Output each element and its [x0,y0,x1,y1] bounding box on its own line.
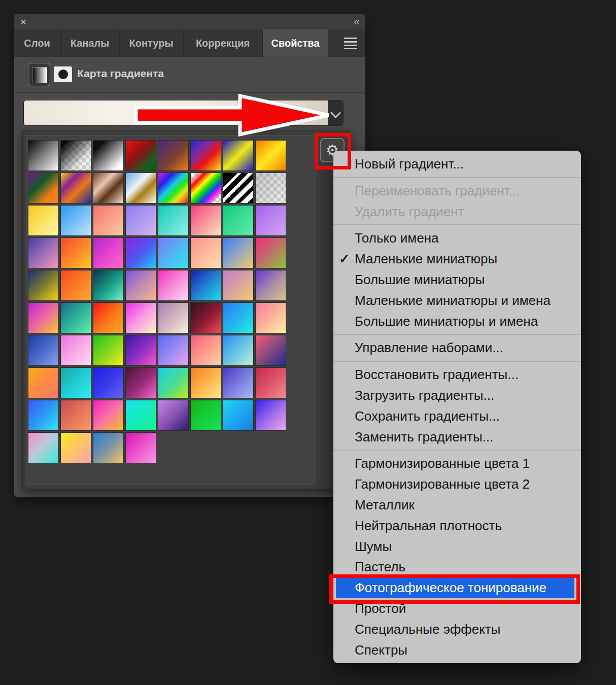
menu-item[interactable]: Шумы [333,536,581,557]
gradient-swatch[interactable] [28,237,59,268]
gradient-swatch[interactable] [93,270,124,301]
menu-item[interactable]: Только имена [333,228,581,249]
gradient-swatch[interactable] [125,302,156,333]
tab-layers[interactable]: Слои [14,29,61,57]
gradient-swatch[interactable] [60,205,91,236]
menu-item[interactable]: Гармонизированные цвета 2 [333,474,581,495]
gradient-swatch[interactable] [223,140,254,171]
gradient-swatch[interactable] [158,400,189,431]
tab-properties[interactable]: Свойства [263,29,328,57]
gradient-swatch[interactable] [28,270,59,301]
gradient-swatch[interactable] [158,367,189,398]
gradient-swatch[interactable] [93,335,124,366]
gradient-preview-strip[interactable] [24,100,328,125]
gradient-swatch[interactable] [158,140,189,171]
collapse-icon[interactable]: « [354,15,359,28]
gradient-swatch[interactable] [223,400,254,431]
gradient-swatch[interactable] [93,237,124,268]
menu-item[interactable]: Простой [333,598,581,619]
gradient-swatch[interactable] [158,335,189,366]
gradient-swatch[interactable] [190,400,221,431]
gradient-swatch[interactable] [190,302,221,333]
gradient-swatch[interactable] [93,205,124,236]
gradient-swatch[interactable] [158,205,189,236]
gradient-swatch[interactable] [125,335,156,366]
gradient-swatch[interactable] [28,432,59,463]
gradient-swatch[interactable] [60,270,91,301]
gradient-swatch[interactable] [60,432,91,463]
menu-item[interactable]: ✓Маленькие миниатюры [333,249,581,269]
gradient-swatch[interactable] [93,400,124,431]
gradient-swatch[interactable] [125,400,156,431]
gradient-swatch[interactable] [60,140,91,171]
gradient-swatch[interactable] [28,140,59,171]
gradient-swatch[interactable] [255,205,286,236]
gradient-swatch[interactable] [28,205,59,236]
gradient-swatch[interactable] [255,400,286,431]
gradient-swatch[interactable] [28,400,59,431]
gradient-swatch[interactable] [125,367,156,398]
gradient-swatch[interactable] [28,367,59,398]
gradient-map-layer-button[interactable] [28,63,50,86]
gradient-swatch[interactable] [223,367,254,398]
menu-item[interactable]: Металлик [333,495,581,516]
close-icon[interactable]: × [20,15,26,28]
gradient-swatch[interactable] [125,173,156,203]
gradient-swatch[interactable] [255,335,286,366]
menu-item[interactable]: Фотографическое тонирование [336,577,574,598]
menu-item[interactable]: Восстановить градиенты... [333,364,581,385]
menu-item[interactable]: Управление наборами... [333,337,581,358]
gradient-swatch[interactable] [223,270,254,301]
gradient-swatch[interactable] [190,237,221,268]
gradient-swatch[interactable] [190,205,221,236]
menu-item[interactable]: Заменить градиенты... [333,427,581,448]
tab-paths[interactable]: Контуры [120,29,184,57]
gradient-swatch[interactable] [223,173,254,203]
gradient-swatch[interactable] [223,237,254,268]
gradient-swatch[interactable] [93,140,124,171]
menu-item[interactable]: Большие миниатюры [333,269,581,290]
gradient-swatch[interactable] [60,400,91,431]
gradient-swatch[interactable] [255,302,286,333]
gradient-swatch[interactable] [190,140,221,171]
menu-item[interactable]: Специальные эффекты [333,619,581,640]
gradient-swatch[interactable] [60,173,91,203]
menu-item[interactable]: Большие миниатюры и имена [333,311,581,332]
gradient-swatch[interactable] [190,335,221,366]
gradient-swatch[interactable] [158,237,189,268]
gradient-swatch[interactable] [125,205,156,236]
gradient-swatch[interactable] [223,335,254,366]
gradient-swatch[interactable] [60,302,91,333]
gradient-swatch[interactable] [93,173,124,203]
gradient-swatch[interactable] [60,335,91,366]
gradient-swatch[interactable] [255,367,286,398]
menu-item[interactable]: Гармонизированные цвета 1 [333,453,581,474]
gradient-swatch[interactable] [223,302,254,333]
layer-mask-icon[interactable] [54,66,72,82]
gradient-swatch[interactable] [190,270,221,301]
gradient-swatch[interactable] [190,173,221,203]
gradient-swatch[interactable] [28,335,59,366]
gradient-swatch[interactable] [125,237,156,268]
menu-item[interactable]: Новый градиент... [333,154,581,175]
panel-menu-button[interactable] [336,29,365,57]
gradient-swatch[interactable] [93,302,124,333]
menu-item[interactable]: Сохранить градиенты... [333,406,581,427]
gradient-swatch[interactable] [255,237,286,268]
gradient-swatch[interactable] [125,432,156,463]
tab-channels[interactable]: Каналы [61,29,120,57]
gradient-swatch[interactable] [93,367,124,398]
menu-item[interactable]: Маленькие миниатюры и имена [333,290,581,311]
gradient-swatch[interactable] [255,173,286,203]
gradient-swatch[interactable] [255,140,286,171]
gradient-swatch[interactable] [60,237,91,268]
gradient-swatch[interactable] [93,432,124,463]
menu-item[interactable]: Спектры [333,640,581,661]
gradient-swatch[interactable] [158,270,189,301]
gradient-swatch[interactable] [255,270,286,301]
gradient-swatch[interactable] [125,140,156,171]
gradient-swatch[interactable] [158,302,189,333]
gradient-swatch[interactable] [158,173,189,203]
gradient-dropdown-button[interactable] [328,100,343,125]
menu-item[interactable]: Нейтральная плотность [333,516,581,536]
